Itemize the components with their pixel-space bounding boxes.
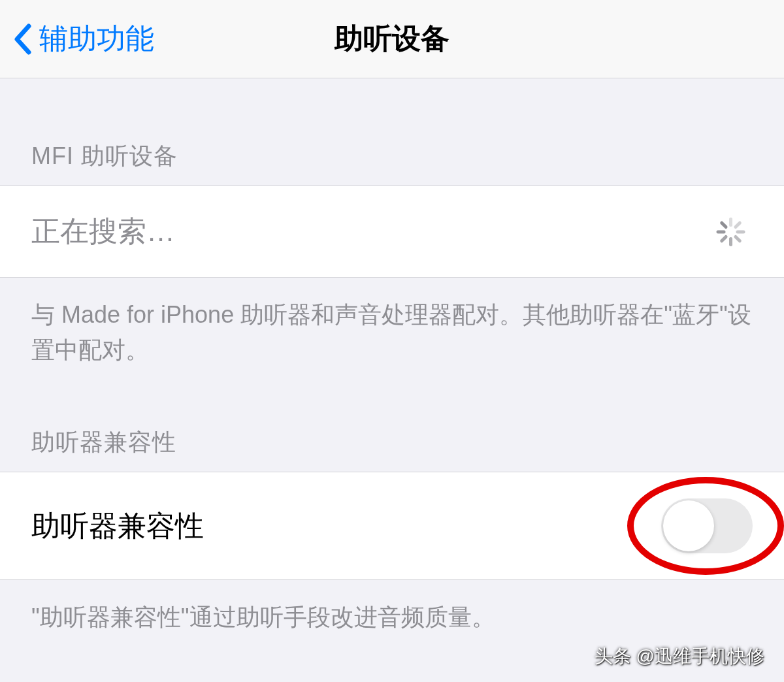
compatibility-cell: 助听器兼容性 (0, 472, 784, 580)
navigation-bar: 辅助功能 助听设备 (0, 0, 784, 78)
back-label: 辅助功能 (39, 20, 154, 58)
section-footer-mfi: 与 Made for iPhone 助听器和声音处理器配对。其他助听器在"蓝牙"… (0, 278, 784, 381)
content: MFI 助听设备 正在搜索… 与 Made for iPhone 助听器和声音处… (0, 78, 784, 648)
toggle-knob (663, 500, 714, 551)
searching-label: 正在搜索… (31, 212, 175, 251)
section-header-compatibility: 助听器兼容性 (0, 381, 784, 472)
searching-cell: 正在搜索… (0, 186, 784, 278)
section-footer-compatibility: "助听器兼容性"通过助听手段改进音频质量。 (0, 580, 784, 648)
spinner-icon (715, 216, 746, 248)
compatibility-label: 助听器兼容性 (31, 507, 204, 545)
page-title: 助听设备 (335, 20, 449, 58)
compatibility-toggle[interactable] (661, 498, 753, 553)
watermark: 头条 @迅维手机快修 (595, 644, 764, 669)
back-button[interactable]: 辅助功能 (13, 20, 154, 58)
section-header-mfi: MFI 助听设备 (0, 78, 784, 186)
chevron-left-icon (13, 24, 31, 55)
